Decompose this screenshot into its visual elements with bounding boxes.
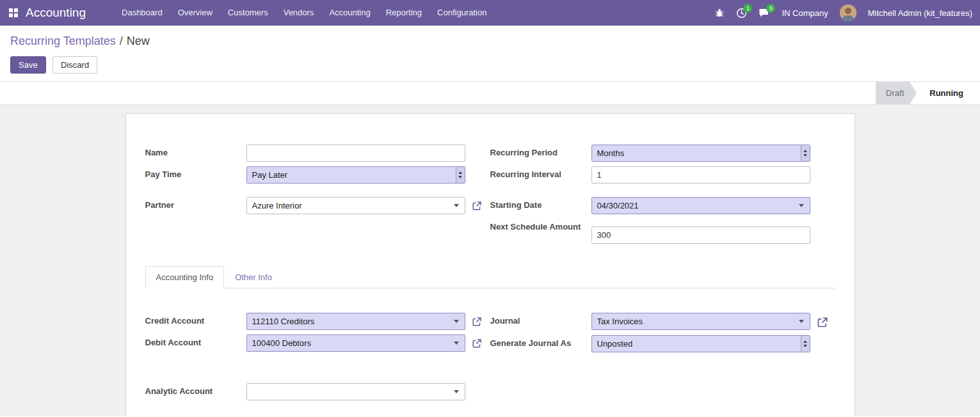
partner-field-row: Partner Azure Interior (145, 197, 490, 214)
generate-journal-as-label: Generate Journal As (490, 335, 591, 349)
starting-date-field-row: Starting Date 04/30/2021 (490, 197, 835, 214)
top-navbar: Accounting Dashboard Overview Customers … (0, 0, 980, 26)
debug-bug-icon[interactable] (714, 8, 725, 18)
tab-other-info[interactable]: Other Info (224, 266, 283, 288)
app-name[interactable]: Accounting (26, 6, 86, 20)
select-arrows-icon (801, 145, 810, 161)
nav-item-reporting[interactable]: Reporting (378, 0, 430, 26)
next-schedule-amount-label: Next Schedule Amount (490, 219, 591, 232)
select-arrows-icon (801, 336, 810, 352)
chevron-down-icon (454, 204, 459, 207)
stage-running[interactable]: Running (917, 82, 974, 104)
tab-accounting-info[interactable]: Accounting Info (145, 266, 225, 288)
name-label: Name (145, 145, 246, 158)
next-schedule-amount-input[interactable] (591, 226, 810, 244)
discard-button[interactable]: Discard (52, 56, 97, 74)
notebook-tabs: Accounting Info Other Info (145, 266, 835, 288)
analytic-account-field-row: Analytic Account (145, 383, 490, 400)
debit-account-combobox[interactable]: 100400 Debtors (246, 334, 465, 352)
credit-account-external-link-icon[interactable] (472, 317, 482, 329)
debit-account-label: Debit Account (145, 334, 246, 348)
starting-date-label: Starting Date (490, 197, 591, 210)
partner-external-link-icon[interactable] (472, 201, 482, 214)
save-button[interactable]: Save (10, 56, 46, 74)
journal-external-link-icon[interactable] (817, 317, 828, 331)
breadcrumb-recurring-templates[interactable]: Recurring Templates (10, 35, 116, 47)
credit-account-field-row: Credit Account 112110 Creditors (145, 313, 490, 330)
tab-accounting-info-content: Credit Account 112110 Creditors Debi (145, 288, 835, 405)
journal-label: Journal (490, 313, 591, 326)
chevron-down-icon (799, 320, 804, 323)
select-arrows-icon (456, 167, 465, 183)
messages-chat-icon[interactable]: 5 (759, 8, 770, 18)
recurring-interval-field-row: Recurring Interval (490, 166, 835, 184)
apps-grid-icon[interactable] (9, 8, 18, 17)
debit-account-field-row: Debit Account 100400 Debtors (145, 334, 490, 352)
activity-count-badge: 1 (743, 4, 752, 13)
next-schedule-amount-field-row: Next Schedule Amount (490, 219, 835, 244)
journal-field-row: Journal Tax Invoices (490, 313, 835, 331)
nav-item-configuration[interactable]: Configuration (430, 0, 494, 26)
credit-account-combobox[interactable]: 112110 Creditors (246, 313, 465, 330)
form-view: Name Pay Time Pay Later Partner (0, 105, 980, 416)
stage-draft[interactable]: Draft (876, 82, 917, 104)
starting-date-picker[interactable]: 04/30/2021 (591, 197, 810, 214)
pay-time-field-row: Pay Time Pay Later (145, 166, 490, 184)
pay-time-select[interactable]: Pay Later (246, 166, 465, 184)
generate-journal-as-select[interactable]: Unposted (591, 335, 810, 352)
recurring-interval-label: Recurring Interval (490, 166, 591, 180)
recurring-period-label: Recurring Period (490, 145, 591, 158)
chevron-down-icon (454, 390, 459, 393)
breadcrumb: Recurring Templates/New (10, 35, 970, 48)
nav-item-overview[interactable]: Overview (170, 0, 220, 26)
breadcrumb-separator: / (120, 35, 123, 47)
form-sheet: Name Pay Time Pay Later Partner (125, 113, 855, 416)
nav-item-vendors[interactable]: Vendors (276, 0, 322, 26)
recurring-period-select[interactable]: Months (591, 145, 810, 162)
company-switcher[interactable]: IN Company (782, 8, 828, 18)
user-avatar[interactable] (840, 4, 856, 21)
chevron-down-icon (454, 342, 459, 345)
pay-time-label: Pay Time (145, 166, 246, 180)
nav-item-accounting[interactable]: Accounting (321, 0, 378, 26)
recurring-interval-input[interactable] (591, 166, 810, 184)
breadcrumb-current: New (127, 35, 150, 47)
journal-combobox[interactable]: Tax Invoices (591, 313, 810, 330)
chevron-down-icon (454, 320, 459, 323)
debit-account-external-link-icon[interactable] (472, 338, 482, 351)
name-input[interactable] (246, 145, 465, 162)
recurring-period-field-row: Recurring Period Months (490, 145, 835, 162)
message-count-badge: 5 (766, 4, 775, 13)
user-menu[interactable]: Mitchell Admin (kit_features) (868, 8, 972, 18)
partner-label: Partner (145, 197, 246, 210)
generate-journal-as-field-row: Generate Journal As Unposted (490, 335, 835, 352)
nav-item-customers[interactable]: Customers (220, 0, 276, 26)
partner-combobox[interactable]: Azure Interior (246, 197, 465, 214)
name-field-row: Name (145, 145, 490, 162)
statusbar: Draft Running (0, 81, 980, 105)
action-buttons: Save Discard (10, 56, 970, 74)
main-menu: Dashboard Overview Customers Vendors Acc… (114, 0, 494, 26)
analytic-account-combobox[interactable] (246, 383, 465, 400)
nav-item-dashboard[interactable]: Dashboard (114, 0, 170, 26)
credit-account-label: Credit Account (145, 313, 246, 326)
control-panel: Recurring Templates/New Save Discard (0, 26, 980, 81)
analytic-account-label: Analytic Account (145, 383, 246, 397)
activities-clock-icon[interactable]: 1 (736, 8, 747, 19)
chevron-down-icon (799, 204, 804, 207)
